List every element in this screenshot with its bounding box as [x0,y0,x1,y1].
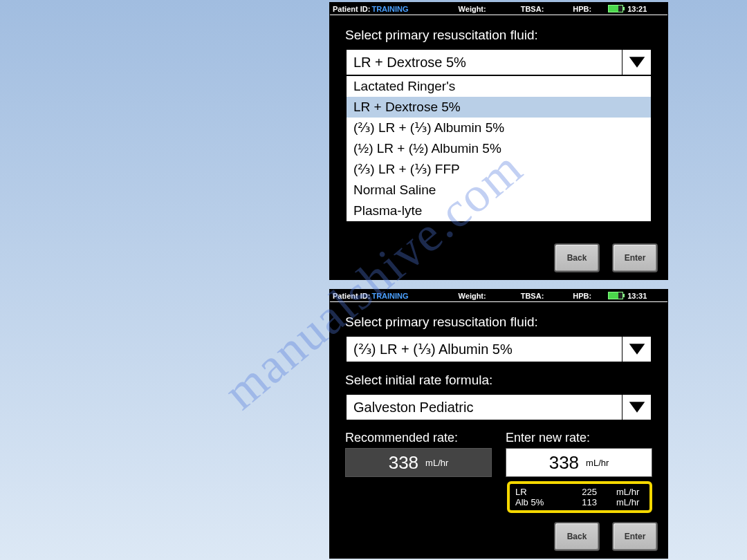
enter-rate-value: 338 [549,452,579,474]
fluid-option[interactable]: LR + Dextrose 5% [347,97,651,118]
patient-id-value: TRAINING [371,5,408,13]
clock: 13:21 [627,5,647,13]
formula-select-value: Galveston Pediatric [353,400,473,416]
fluid-select[interactable]: (⅔) LR + (⅓) Albumin 5% [345,335,652,363]
fluid-prompt: Select primary resuscitation fluid: [345,28,652,43]
hpb-label: HPB: [573,5,591,13]
battery-icon [608,5,623,12]
recommended-rate-label: Recommended rate: [345,431,492,445]
breakdown-value: 225 [569,487,597,497]
back-button[interactable]: Back [554,522,600,551]
battery-icon [608,292,623,299]
breakdown-name: LR [515,487,554,497]
patient-id-value: TRAINING [371,292,408,300]
fluid-prompt: Select primary resuscitation fluid: [345,315,652,330]
breakdown-name: Alb 5% [515,497,554,507]
device-screen-1: Patient ID: TRAINING Weight: TBSA: HPB: … [329,2,668,280]
breakdown-unit: mL/hr [612,487,644,497]
recommended-rate-box: 338 mL/hr [345,448,492,477]
fluid-select-value: (⅔) LR + (⅓) Albumin 5% [353,341,513,357]
fluid-option[interactable]: Lactated Ringer's [347,76,651,97]
fluid-option[interactable]: Plasma-lyte [347,200,651,221]
weight-label: Weight: [459,292,486,300]
device-screen-2: Patient ID: TRAINING Weight: TBSA: HPB: … [329,289,668,559]
breakdown-value: 113 [569,497,597,507]
chevron-down-icon [622,395,651,420]
enter-rate-unit: mL/hr [586,458,609,468]
status-bar: Patient ID: TRAINING Weight: TBSA: HPB: … [330,3,667,15]
chevron-down-icon [622,50,651,75]
status-bar: Patient ID: TRAINING Weight: TBSA: HPB: … [330,290,667,302]
weight-label: Weight: [459,5,486,13]
fluid-option[interactable]: (⅔) LR + (⅓) FFP [347,159,651,180]
fluid-option[interactable]: (⅔) LR + (⅓) Albumin 5% [347,118,651,138]
svg-marker-0 [629,57,645,68]
fluid-select[interactable]: LR + Dextrose 5% [345,48,652,76]
patient-id-label: Patient ID: [333,5,370,13]
formula-prompt: Select initial rate formula: [345,373,652,388]
recommended-rate-value: 338 [389,452,418,474]
fluid-option[interactable]: (½) LR + (½) Albumin 5% [347,138,651,159]
fluid-select-value: LR + Dextrose 5% [353,55,466,71]
svg-marker-2 [629,402,645,413]
hpb-label: HPB: [573,292,591,300]
tbsa-label: TBSA: [521,292,544,300]
breakdown-row: LR 225 mL/hr [515,487,644,497]
enter-rate-label: Enter new rate: [506,431,652,445]
svg-marker-1 [629,344,645,355]
breakdown-unit: mL/hr [612,497,644,507]
patient-id-label: Patient ID: [333,292,370,300]
rate-breakdown-box: LR 225 mL/hr Alb 5% 113 mL/hr [507,481,652,513]
enter-rate-input[interactable]: 338 mL/hr [506,448,652,477]
fluid-option[interactable]: Normal Saline [347,180,651,200]
chevron-down-icon [622,337,651,362]
clock: 13:31 [627,292,647,300]
back-button[interactable]: Back [554,243,600,272]
breakdown-row: Alb 5% 113 mL/hr [515,497,644,507]
tbsa-label: TBSA: [521,5,544,13]
enter-button[interactable]: Enter [612,243,658,272]
formula-select[interactable]: Galveston Pediatric [345,393,652,421]
recommended-rate-unit: mL/hr [425,458,448,468]
fluid-dropdown-list: Lactated Ringer's LR + Dextrose 5% (⅔) L… [345,76,652,223]
enter-button[interactable]: Enter [612,522,658,551]
